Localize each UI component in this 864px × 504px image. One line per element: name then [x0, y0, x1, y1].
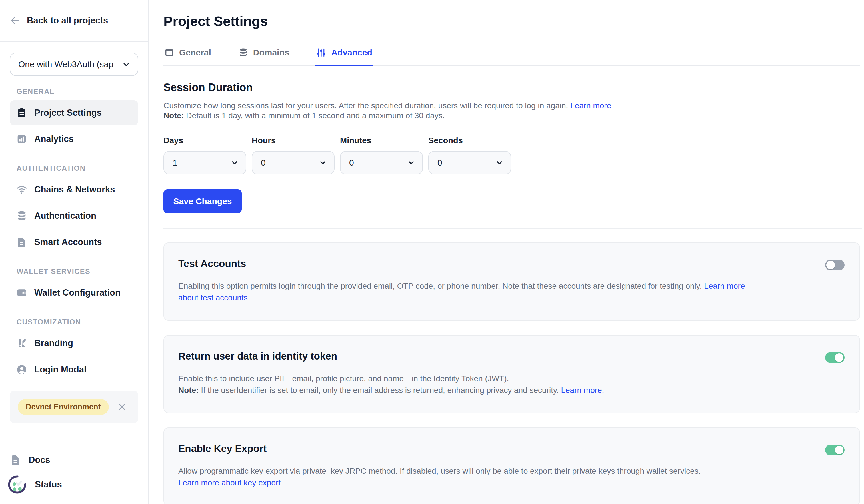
- toggle-knob: [835, 353, 843, 362]
- footer-docs-label: Docs: [28, 455, 50, 465]
- identity-token-card: Return user data in identity token Enabl…: [164, 335, 860, 413]
- seconds-value: 0: [437, 158, 442, 168]
- sidebar-item-label: Branding: [34, 338, 73, 348]
- tab-advanced[interactable]: Advanced: [315, 46, 373, 66]
- learn-more-link[interactable]: Learn more: [570, 101, 611, 110]
- page-title: Project Settings: [164, 13, 860, 29]
- card-body-line2: If the userIdentifier is set to email, o…: [199, 386, 561, 395]
- back-to-projects-link[interactable]: Back to all projects: [0, 0, 148, 42]
- note-prefix: Note:: [178, 386, 199, 395]
- section-label-authentication: AUTHENTICATION: [16, 164, 138, 172]
- days-value: 1: [172, 158, 178, 168]
- environment-banner: Devnet Environment: [10, 391, 138, 423]
- sidebar-item-label: Authentication: [34, 211, 96, 221]
- seconds-label: Seconds: [428, 136, 511, 145]
- hours-field: Hours 0: [252, 136, 335, 174]
- minutes-select[interactable]: 0: [340, 151, 423, 174]
- user-circle-icon: [16, 364, 27, 375]
- divider: [164, 228, 862, 229]
- section-label-customization: CUSTOMIZATION: [16, 318, 138, 326]
- table-cells-icon: [164, 47, 174, 58]
- section-label-wallet-services: WALLET SERVICES: [16, 267, 138, 275]
- key-export-card: Enable Key Export Allow programmatic key…: [164, 428, 860, 504]
- tab-domains[interactable]: Domains: [237, 46, 290, 66]
- status-cookie-icon: [7, 474, 27, 495]
- tab-general[interactable]: General: [164, 46, 212, 66]
- sidebar: Back to all projects One with Web3Auth (…: [0, 0, 148, 504]
- wallet-icon: [16, 287, 27, 298]
- tab-label: Advanced: [331, 48, 372, 58]
- minutes-value: 0: [349, 158, 354, 168]
- close-icon[interactable]: [117, 402, 127, 412]
- card-title: Enable Key Export: [178, 443, 845, 454]
- seconds-select[interactable]: 0: [428, 151, 511, 174]
- sidebar-item-branding[interactable]: Branding: [10, 331, 138, 356]
- environment-badge: Devnet Environment: [18, 399, 109, 415]
- sidebar-item-login-modal[interactable]: Login Modal: [10, 357, 138, 382]
- card-body-line1: Enable this to include user PII—email, p…: [178, 373, 845, 384]
- main-content: Project Settings General Domains Advance…: [148, 0, 864, 504]
- save-changes-button[interactable]: Save Changes: [164, 189, 242, 213]
- sidebar-item-docs[interactable]: Docs: [10, 450, 138, 470]
- back-arrow-icon: [10, 15, 21, 26]
- sliders-icon: [316, 47, 326, 58]
- sidebar-item-status[interactable]: Status: [10, 474, 138, 495]
- chevron-down-icon: [230, 159, 239, 167]
- tab-label: General: [179, 48, 211, 58]
- toggle-knob: [835, 446, 843, 454]
- chevron-down-icon: [495, 159, 504, 167]
- bar-chart-icon: [16, 133, 27, 145]
- sidebar-item-analytics[interactable]: Analytics: [10, 126, 138, 152]
- hours-select[interactable]: 0: [252, 151, 335, 174]
- days-select[interactable]: 1: [164, 151, 246, 174]
- sidebar-item-label: Project Settings: [34, 108, 102, 118]
- days-label: Days: [164, 136, 246, 145]
- chevron-down-icon: [407, 159, 416, 167]
- duration-fields: Days 1 Hours 0 Minutes 0: [164, 136, 860, 174]
- learn-more-identity-link[interactable]: Learn more.: [561, 386, 604, 395]
- chevron-down-icon: [319, 159, 327, 167]
- document-icon: [16, 236, 27, 248]
- card-body-suffix: .: [248, 293, 252, 302]
- card-body-line1: Allow programmatic key export via privat…: [178, 465, 845, 477]
- section-label-general: GENERAL: [16, 87, 138, 96]
- paint-brush-icon: [16, 337, 27, 349]
- minutes-field: Minutes 0: [340, 136, 423, 174]
- note-prefix: Note:: [164, 111, 184, 120]
- sidebar-item-smart-accounts[interactable]: Smart Accounts: [10, 230, 138, 255]
- identity-token-toggle[interactable]: [825, 352, 844, 363]
- wifi-icon: [16, 184, 27, 195]
- database-icon: [238, 47, 248, 58]
- sidebar-item-label: Wallet Configuration: [34, 287, 121, 298]
- card-title: Test Accounts: [178, 258, 845, 269]
- project-selector-dropdown[interactable]: One with Web3Auth (sap: [10, 52, 138, 76]
- document-icon: [10, 454, 21, 466]
- back-label: Back to all projects: [27, 15, 108, 26]
- tab-bar: General Domains Advanced: [164, 46, 860, 66]
- sidebar-item-chains-networks[interactable]: Chains & Networks: [10, 177, 138, 202]
- description-text: Customize how long sessions last for you…: [164, 101, 570, 110]
- footer-status-label: Status: [35, 479, 62, 490]
- sidebar-item-label: Smart Accounts: [34, 237, 102, 247]
- days-field: Days 1: [164, 136, 246, 174]
- sidebar-item-authentication[interactable]: Authentication: [10, 203, 138, 229]
- sidebar-item-project-settings[interactable]: Project Settings: [10, 100, 138, 125]
- sidebar-item-wallet-configuration[interactable]: Wallet Configuration: [10, 280, 138, 305]
- note-text: Default is 1 day, with a minimum of 1 se…: [184, 111, 445, 120]
- seconds-field: Seconds 0: [428, 136, 511, 174]
- test-accounts-card: Test Accounts Enabling this option permi…: [164, 243, 860, 321]
- hours-value: 0: [261, 158, 266, 168]
- key-export-toggle[interactable]: [825, 445, 844, 455]
- card-body: Enable this to include user PII—email, p…: [178, 373, 845, 396]
- sidebar-footer: Docs Status: [0, 441, 148, 504]
- sidebar-body: One with Web3Auth (sap GENERAL Project S…: [0, 42, 148, 441]
- test-accounts-toggle[interactable]: [825, 260, 844, 270]
- app-window: Back to all projects One with Web3Auth (…: [0, 0, 864, 504]
- project-selector-value: One with Web3Auth (sap: [18, 59, 113, 69]
- learn-more-key-export-link[interactable]: Learn more about key export.: [178, 478, 283, 487]
- sidebar-item-label: Chains & Networks: [34, 184, 115, 195]
- clipboard-list-icon: [16, 107, 27, 119]
- session-duration-title: Session Duration: [164, 82, 860, 94]
- database-icon: [16, 210, 27, 222]
- card-title: Return user data in identity token: [178, 351, 845, 362]
